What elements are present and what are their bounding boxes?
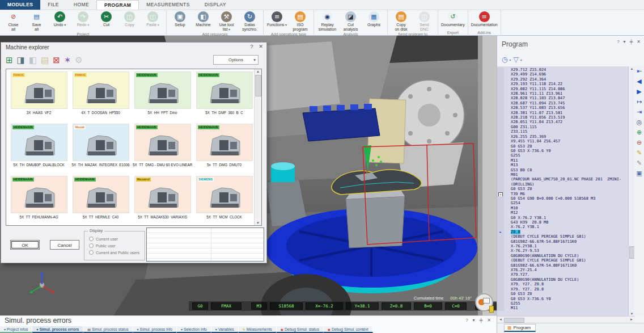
use-tool-list-button[interactable]: ⚒ Use tool list bbox=[215, 10, 238, 32]
code-line[interactable]: ►+ G0 X-76.2 Y38.1 bbox=[497, 216, 629, 220]
code-line[interactable]: ►+ X29.193 Y11.118 Z14.22 bbox=[497, 82, 629, 86]
functions-button[interactable]: ≡ Functions bbox=[265, 10, 289, 32]
tab-measurements[interactable]: MEASUREMENTS bbox=[139, 0, 197, 10]
cut-button[interactable]: ✂ Cut bbox=[95, 10, 118, 32]
go-to-start-icon[interactable]: ⇤ bbox=[637, 68, 642, 75]
pin-icon[interactable]: ╪ bbox=[480, 318, 483, 323]
code-line[interactable]: ►+ X28.537 Y11.083 Z13.656 bbox=[497, 106, 629, 110]
help-icon[interactable]: ? bbox=[250, 44, 253, 49]
remove-bookmark-icon[interactable]: ⊖ bbox=[637, 139, 642, 146]
step-back-icon[interactable]: ◀ bbox=[637, 78, 641, 85]
import-machine-icon[interactable]: ◨ bbox=[17, 54, 25, 66]
delete-machine-icon[interactable]: ⊠ bbox=[53, 54, 60, 66]
machine-card-dmf-360[interactable]: HEIDENHAIN 5X_TH_DMF_360_B_C bbox=[194, 71, 254, 123]
datas-synchro-button[interactable]: ↻ Datas synchro. bbox=[238, 10, 261, 32]
code-line[interactable]: ►+ G00 Z31.115 bbox=[497, 125, 629, 129]
replay-simulation-button[interactable]: ◉ Replay simulation bbox=[316, 10, 339, 32]
code-line[interactable]: ►+ T39 M6 bbox=[497, 192, 629, 196]
code-line[interactable]: ►+ Z33.115 bbox=[497, 129, 629, 134]
close-all-button[interactable]: ⊘ Close all bbox=[2, 10, 25, 32]
save-all-button[interactable]: ▤ Save all bbox=[25, 10, 48, 32]
machine-card-dmu60-evo[interactable]: HEIDENHAIN 5X_TT_DMG - DMU 60 EVO LINEAR bbox=[133, 124, 192, 175]
tab-selection-info[interactable]: ▾ Selection info bbox=[177, 326, 211, 333]
machine-button[interactable]: ◧ Machine bbox=[192, 10, 215, 32]
code-line[interactable]: ►+ G81G98Z-66.67R-54.88F16711K0 bbox=[497, 263, 629, 268]
copy-button[interactable]: ◫ Copy bbox=[118, 10, 141, 32]
tab-measurements[interactable]: ✎ Measurements bbox=[239, 326, 277, 333]
cut-analysis-button[interactable]: ◪ Cut analysis bbox=[339, 10, 362, 32]
tab-project-infos[interactable]: ▾ Project infos bbox=[0, 326, 32, 333]
radio-current-user[interactable]: Current user bbox=[89, 235, 145, 242]
machine-card-dmu70[interactable]: HEIDENHAIN 5x_TT_DMG_DMU70 bbox=[194, 124, 254, 175]
tab-simul-process-info[interactable]: ▾ Simul. process info bbox=[133, 326, 177, 333]
code-line[interactable]: ►+ (PARCOUR HAAS_UMC750_20_01.NC PHASE 2… bbox=[497, 177, 629, 182]
tab-debug-simul-status[interactable]: ◉ Debug Simul. status bbox=[277, 326, 324, 333]
add-bookmark-icon[interactable]: ⊕ bbox=[637, 129, 642, 136]
save-icon[interactable]: ▣ bbox=[636, 170, 642, 177]
dropdown-icon[interactable]: ▾ bbox=[624, 39, 626, 44]
close-icon[interactable]: ✕ bbox=[637, 39, 641, 44]
code-line[interactable]: ►+ M13 bbox=[497, 163, 629, 167]
search-icon[interactable]: ◎ bbox=[637, 119, 642, 126]
code-line[interactable]: ►+ X28.381 Y11.07 Z13.581 bbox=[497, 111, 629, 115]
undo-button[interactable]: ↶ Undo bbox=[48, 10, 71, 32]
tab-display[interactable]: DISPLAY bbox=[197, 0, 234, 10]
code-line[interactable]: ►+ G0G80G90(ANNULATION DU CYCLE) bbox=[497, 254, 629, 258]
code-line[interactable]: ►+ X9.455 Y11.04 Z56.457 bbox=[497, 139, 629, 144]
tab-simul-process-status[interactable]: ▤ Simul. process status bbox=[83, 326, 133, 333]
radio-current-and-public-users[interactable]: Current and Public users bbox=[89, 249, 145, 256]
code-line[interactable]: ►+ (DEBUT CYCLE PERCAGE SIMPLE G81) bbox=[497, 234, 629, 239]
machine-card-fpt-dino[interactable]: HEIDENHAIN 5X_HH_FPT_Dino bbox=[133, 71, 192, 123]
code-line[interactable]: ►+ X-76.2 Y38.1 bbox=[497, 225, 629, 229]
tab-simul-process-errors[interactable]: ▾ Simul. process errors bbox=[32, 326, 83, 333]
code-line[interactable]: ►+ X79. Y27. Z0.8 bbox=[497, 282, 629, 286]
code-line[interactable]: ►+ X-76.2Y-9.53 bbox=[497, 248, 629, 253]
code-line[interactable]: ►+ G0 G53 X-736.6 Y0 bbox=[497, 149, 629, 153]
machine-settings-icon[interactable]: ⚙ bbox=[75, 54, 82, 66]
radio-public-user[interactable]: Public user bbox=[89, 242, 145, 249]
cancel-button[interactable]: Cancel bbox=[50, 240, 79, 250]
help-icon[interactable]: ? bbox=[617, 39, 619, 44]
code-line[interactable]: ►+ (DEBUT CYCLE PERCAGE SIMPLE G81) bbox=[497, 258, 629, 263]
code-line[interactable]: ►+ X29.082 Y11.115 Z14.086 bbox=[497, 87, 629, 91]
documentation-button[interactable]: ≡ Documentation bbox=[470, 10, 499, 30]
edit-icon[interactable]: ✎ bbox=[637, 159, 642, 167]
machine-properties-icon[interactable]: ▤ bbox=[41, 54, 49, 66]
close-icon[interactable]: ✕ bbox=[487, 318, 491, 323]
close-icon[interactable]: ✕ bbox=[259, 44, 263, 49]
redo-button[interactable]: ↷ Redo bbox=[71, 10, 95, 32]
play-icon[interactable]: ▶ bbox=[637, 88, 641, 95]
code-line[interactable]: ►+ X28.218 Y11.056 Z13.519 bbox=[497, 115, 629, 120]
options-dropdown[interactable]: Options bbox=[213, 55, 259, 65]
code-line[interactable]: ►+ G53 B0 C0 bbox=[497, 168, 629, 172]
import-machine-alt-icon[interactable]: ◧ bbox=[29, 54, 37, 66]
new-machine-icon[interactable]: ⊞ bbox=[6, 54, 13, 66]
tab-home[interactable]: HOME bbox=[66, 0, 96, 10]
magic-wand-icon[interactable]: ✶ bbox=[64, 54, 71, 66]
gcode-listing[interactable]: ►+ X29.712 Z15.024 ►+ X29.499 Z14.696 ►+… bbox=[497, 66, 635, 316]
edit-new-icon[interactable]: ✎ bbox=[637, 149, 642, 157]
code-line[interactable]: ►+ X79.Y27. bbox=[497, 272, 629, 277]
setup-button[interactable]: ▣ Setup bbox=[168, 10, 192, 32]
code-line[interactable]: ►+ X28.828 Y11.103 Z13.847 bbox=[497, 96, 629, 100]
code-line[interactable]: ►+ Z0.8 bbox=[497, 230, 629, 234]
run-to-cursor-icon[interactable]: ↦ bbox=[637, 98, 642, 106]
code-line[interactable]: ►+ G81G98Z-66.67R-54.88F16711K0 bbox=[497, 239, 629, 244]
code-line[interactable]: ►+ G0 G54 G90 B+0.000 C+0.000 S18568 M3 bbox=[497, 196, 629, 201]
code-line[interactable]: ►+ X26.255 Z35.369 bbox=[497, 134, 629, 139]
code-line[interactable]: ►+ (DRILLING) bbox=[497, 182, 629, 187]
machine-card-haas-vf2[interactable]: FANUC 3X_HAAS_VF2 bbox=[9, 71, 69, 123]
machine-card-mcm-clock[interactable]: SIEMENS 5X_TT_MCM_CLOCK bbox=[194, 176, 254, 226]
code-line[interactable]: ►+ G0G80G90(ANNULATION DU CYCLE) bbox=[497, 277, 629, 282]
machine-card-dmu80p[interactable]: HEIDENHAIN 5X_TH_DMU80P_DUALBLOCK bbox=[9, 124, 69, 175]
tab-file[interactable]: FILE bbox=[40, 0, 66, 10]
tab-variables[interactable]: ▾ Variables bbox=[211, 326, 239, 333]
code-line[interactable]: ►+ M01 bbox=[497, 172, 629, 177]
machine-list[interactable]: FANUC 3X_HAAS_VF2 F bbox=[6, 69, 262, 226]
pin-icon[interactable]: ╪ bbox=[630, 39, 633, 44]
tab-program[interactable]: PROGRAM bbox=[96, 0, 139, 10]
code-line[interactable]: ►+ X28.961 Y11.11 Z13.961 bbox=[497, 91, 629, 96]
code-line[interactable]: ►+ X29.292 Z14.364 bbox=[497, 77, 629, 82]
paste-button[interactable]: ◫ Paste bbox=[141, 10, 164, 32]
copy-on-disk-button[interactable]: ▤ Copy on disk bbox=[389, 10, 413, 32]
